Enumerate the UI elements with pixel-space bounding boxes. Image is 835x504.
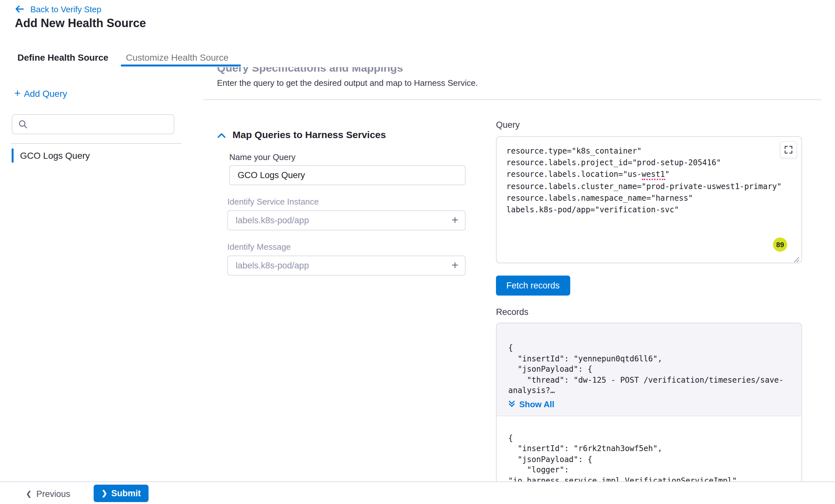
add-service-instance-button[interactable]: + — [448, 213, 462, 228]
main-content: Query Specifications and Mappings Enter … — [203, 67, 835, 481]
plus-icon: + — [451, 259, 458, 272]
add-query-button[interactable]: + Add Query — [14, 88, 67, 99]
plus-icon: + — [14, 89, 21, 98]
back-link-label: Back to Verify Step — [30, 4, 101, 14]
chevron-right-icon: ❯ — [101, 489, 107, 498]
resize-handle[interactable] — [792, 254, 799, 261]
page-title: Add New Health Source — [15, 17, 146, 30]
chevron-up-icon — [217, 131, 226, 139]
chevron-left-icon: ❮ — [26, 489, 32, 498]
identify-message-label: Identify Message — [227, 242, 291, 252]
name-query-input[interactable] — [229, 165, 466, 185]
records-label: Records — [496, 307, 529, 317]
add-health-source-page: Back to Verify Step Add New Health Sourc… — [0, 0, 835, 504]
add-message-button[interactable]: + — [448, 258, 462, 273]
records-panel: { "insertId": "yennepun0qtd6ll6", "jsonP… — [496, 323, 802, 481]
record-json: { "insertId": "yennepun0qtd6ll6", "jsonP… — [508, 343, 791, 396]
sidebar-divider — [11, 143, 181, 144]
query-line: resource.labels.cluster_name="prod-priva… — [506, 181, 792, 192]
previous-button[interactable]: ❮ Previous — [26, 486, 70, 501]
back-link[interactable]: Back to Verify Step — [14, 4, 101, 14]
query-list-item-gco-logs[interactable]: GCO Logs Query — [12, 147, 181, 164]
previous-label: Previous — [36, 489, 70, 499]
query-textarea[interactable]: resource.type="k8s_container" resource.l… — [496, 136, 802, 263]
section-subtitle: Enter the query to get the desired outpu… — [217, 78, 478, 88]
fullscreen-icon — [784, 145, 793, 154]
query-item-label: GCO Logs Query — [20, 150, 90, 161]
service-instance-input[interactable] — [227, 210, 466, 230]
misspelled-word: west1 — [641, 170, 665, 181]
footer-bar: ❮ Previous ❯ Submit — [0, 481, 835, 504]
record-json: { "insertId": "r6rk2tnah3owf5eh", "jsonP… — [508, 433, 791, 481]
service-instance-label: Identify Service Instance — [227, 197, 319, 207]
resize-grip-icon — [792, 255, 799, 262]
active-tab-underline — [121, 65, 241, 66]
submit-label: Submit — [111, 488, 141, 498]
query-label: Query — [496, 120, 520, 130]
query-search-input[interactable] — [32, 119, 168, 129]
expand-query-button[interactable] — [780, 141, 797, 158]
record-card: { "insertId": "r6rk2tnah3owf5eh", "jsonP… — [496, 416, 801, 481]
identify-message-input[interactable] — [227, 255, 466, 276]
record-card: { "insertId": "yennepun0qtd6ll6", "jsonP… — [496, 323, 801, 416]
map-queries-title: Map Queries to Harness Services — [232, 129, 386, 140]
selected-query-indicator — [12, 148, 14, 163]
query-line: labels.k8s-pod/app="verification-svc" — [506, 204, 792, 215]
query-search-box[interactable] — [12, 114, 175, 134]
query-line: resource.labels.project_id="prod-setup-2… — [506, 157, 792, 168]
tab-define-health-source[interactable]: Define Health Source — [17, 52, 108, 63]
char-count-badge: 89 — [773, 237, 787, 252]
double-chevron-down-icon — [508, 400, 515, 408]
show-all-button[interactable]: Show All — [508, 399, 554, 409]
plus-icon: + — [451, 214, 458, 227]
collapse-section-button[interactable] — [215, 130, 228, 143]
tab-customize-health-source[interactable]: Customize Health Source — [126, 52, 229, 63]
add-query-label: Add Query — [24, 88, 67, 99]
show-all-label: Show All — [519, 399, 554, 409]
search-icon — [18, 119, 28, 129]
section-divider — [203, 99, 821, 100]
back-arrow-icon — [14, 4, 24, 14]
name-query-label: Name your Query — [229, 152, 296, 162]
query-line: resource.labels.location="us-west1" — [506, 169, 792, 181]
query-line: resource.labels.namespace_name="harness" — [506, 192, 792, 204]
section-title: Query Specifications and Mappings — [217, 67, 403, 75]
query-line: resource.type="k8s_container" — [506, 145, 792, 157]
fetch-records-button[interactable]: Fetch records — [496, 276, 570, 296]
submit-button[interactable]: ❯ Submit — [94, 485, 148, 502]
